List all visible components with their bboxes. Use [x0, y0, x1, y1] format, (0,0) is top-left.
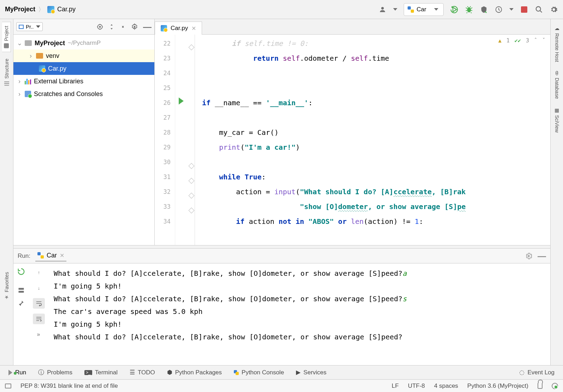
down-arrow-icon[interactable]: ↓	[33, 283, 45, 293]
status-line-separator[interactable]: LF	[392, 382, 399, 390]
console-output[interactable]: What should I do? [A]ccelerate, [B]rake,…	[49, 263, 550, 365]
project-view-selector[interactable]: Pr..	[16, 22, 43, 31]
favorites-tab-label: Favorites	[4, 272, 10, 292]
remote-icon: ☁	[554, 25, 560, 31]
breadcrumb-file[interactable]: Car.py	[57, 6, 76, 13]
todo-icon: ☰	[130, 369, 135, 376]
tree-external-label: External Libraries	[34, 78, 83, 85]
line-gutter: 222324 252627 282930 313233 34	[155, 35, 175, 245]
run-configuration-selector[interactable]: Car	[404, 3, 444, 16]
tab-event-log[interactable]: ◌Event Log	[519, 369, 555, 376]
run-tool-header: Run: Car ✕ —	[13, 249, 550, 263]
fold-marker-icon[interactable]	[189, 163, 195, 169]
run-gutter-icon[interactable]	[179, 97, 184, 105]
chevron-down-icon	[434, 8, 438, 11]
scroll-to-end-icon[interactable]	[33, 314, 45, 324]
search-icon[interactable]	[535, 5, 543, 14]
soft-wrap-icon[interactable]	[33, 298, 45, 309]
locate-icon[interactable]	[96, 23, 103, 30]
problems-icon: ⓘ	[38, 368, 44, 376]
project-tool-tab[interactable]: Project	[2, 22, 11, 52]
debug-button[interactable]	[465, 5, 473, 14]
folder-icon	[4, 43, 9, 48]
fold-marker-icon[interactable]	[189, 44, 195, 51]
collapse-all-icon[interactable]	[120, 24, 126, 30]
python-file-icon	[47, 6, 54, 13]
navigation-bar: MyProject 〉 Car.py Car	[0, 0, 563, 19]
layout-icon[interactable]	[18, 287, 25, 294]
tab-python-console[interactable]: Python Console	[234, 369, 284, 376]
code-content[interactable]: if self.time != 0: return self.odometer …	[195, 35, 550, 245]
fold-marker-icon[interactable]	[189, 178, 195, 184]
minimize-icon[interactable]: —	[538, 251, 546, 261]
gear-icon[interactable]	[550, 5, 558, 14]
profile-dropdown-icon[interactable]	[509, 8, 514, 11]
python-icon	[408, 6, 414, 13]
expand-all-icon[interactable]	[108, 24, 115, 30]
gear-icon[interactable]	[525, 252, 533, 260]
status-interpreter[interactable]: Python 3.6 (MyProject)	[467, 382, 528, 390]
tab-todo[interactable]: ☰TODO	[130, 369, 155, 376]
tree-root[interactable]: ⌄ MyProject ~/PycharmP	[13, 37, 154, 49]
svg-point-0	[381, 7, 384, 9]
tab-python-packages[interactable]: ⬢Python Packages	[167, 369, 222, 376]
breadcrumb-project[interactable]: MyProject	[5, 6, 35, 13]
tree-venv[interactable]: › venv	[13, 49, 154, 62]
fold-marker-icon[interactable]	[189, 208, 195, 214]
tree-scratches[interactable]: › Scratches and Consoles	[13, 88, 154, 100]
tree-root-path: ~/PycharmP	[68, 40, 101, 47]
close-icon[interactable]: ✕	[60, 252, 64, 259]
status-bar: PEP 8: W391 blank line at end of file LF…	[0, 379, 563, 392]
database-tab[interactable]: 🛢 Database	[553, 67, 561, 102]
more-icon[interactable]: »	[33, 329, 45, 340]
tree-scratches-label: Scratches and Consoles	[34, 90, 103, 98]
profile-status-icon[interactable]	[552, 383, 558, 389]
profile-button[interactable]	[494, 5, 503, 14]
minimize-icon[interactable]: —	[143, 22, 152, 32]
status-indent[interactable]: 4 spaces	[434, 382, 458, 390]
user-dropdown-icon[interactable]	[393, 8, 397, 11]
structure-tool-tab[interactable]: Structure	[2, 55, 11, 89]
inspection-widget[interactable]: ▲1 ✔✔3 ˆ ˇ	[498, 37, 545, 44]
breadcrumb: MyProject 〉 Car.py	[5, 5, 76, 14]
project-tree: ⌄ MyProject ~/PycharmP › venv Car.py	[13, 35, 154, 102]
tab-run[interactable]: Run	[8, 369, 26, 376]
window-icon[interactable]	[5, 384, 11, 388]
right-tool-rail: ☁ Remote Host 🛢 Database ▦ SciView	[550, 19, 563, 365]
rerun-icon[interactable]	[17, 268, 25, 275]
horizontal-splitter[interactable]	[13, 245, 550, 249]
favorites-tool-tab[interactable]: ★ Favorites	[2, 268, 11, 304]
next-highlight-icon[interactable]: ˇ	[542, 37, 545, 44]
up-arrow-icon[interactable]: ↑	[33, 267, 45, 278]
toolbar-actions: Car	[378, 3, 558, 16]
tree-external-libs[interactable]: › External Libraries	[13, 75, 154, 88]
fold-marker-icon[interactable]	[189, 193, 195, 199]
editor-tab-car[interactable]: Car.py ✕	[155, 22, 202, 35]
status-encoding[interactable]: UTF-8	[408, 382, 425, 390]
editor-body[interactable]: ▲1 ✔✔3 ˆ ˇ 222324 252627 282930 313233 3…	[155, 35, 550, 245]
run-tab-label: Car	[47, 252, 57, 259]
project-tab-label: Project	[4, 26, 9, 41]
terminal-icon: >_	[84, 370, 92, 375]
tab-problems[interactable]: ⓘProblems	[38, 368, 72, 376]
tab-services[interactable]: ▶Services	[296, 369, 326, 376]
gear-icon[interactable]	[131, 23, 138, 30]
run-button[interactable]	[450, 5, 458, 14]
prev-highlight-icon[interactable]: ˆ	[534, 37, 537, 44]
close-icon[interactable]: ✕	[191, 25, 196, 32]
tab-terminal[interactable]: >_Terminal	[84, 369, 118, 376]
coverage-button[interactable]	[480, 5, 488, 14]
svg-point-1	[467, 7, 471, 12]
remote-host-tab[interactable]: ☁ Remote Host	[553, 22, 561, 66]
pin-icon[interactable]	[18, 299, 25, 307]
user-icon[interactable]	[378, 5, 387, 14]
check-count: 3	[526, 37, 529, 44]
folder-icon	[25, 40, 32, 46]
lock-icon[interactable]	[538, 383, 543, 389]
sciview-tab[interactable]: ▦ SciView	[553, 104, 561, 136]
tree-file-car[interactable]: Car.py	[13, 62, 154, 75]
run-tab-car[interactable]: Car ✕	[35, 250, 66, 262]
project-view-label: Pr..	[26, 24, 34, 30]
python-icon	[234, 370, 239, 375]
stop-button[interactable]	[520, 5, 528, 14]
